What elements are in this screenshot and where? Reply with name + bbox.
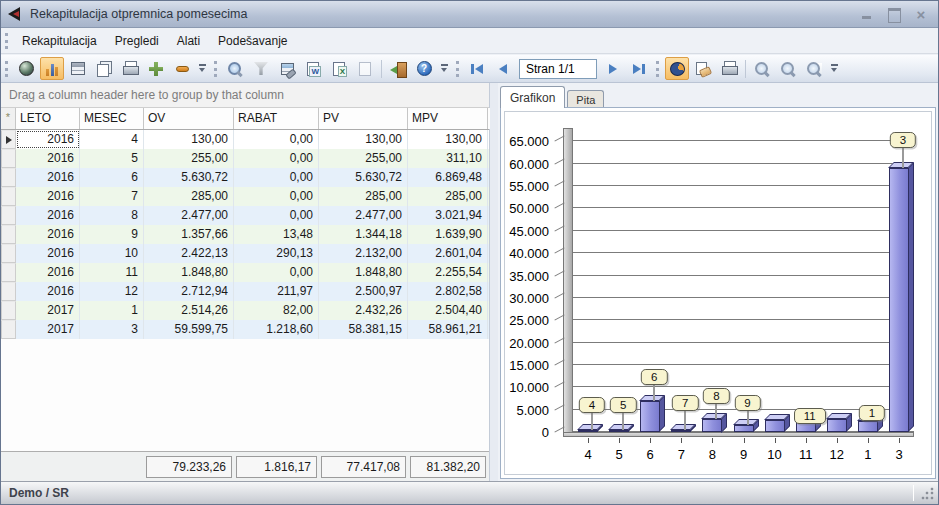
tab-grafikon[interactable]: Grafikon	[500, 86, 565, 108]
grid-cell[interactable]: 285,00	[408, 187, 488, 206]
grid-cell[interactable]: 285,00	[144, 187, 234, 206]
grid-cell[interactable]: 285,00	[319, 187, 408, 206]
column-header-rabat[interactable]: RABAT	[234, 108, 319, 129]
copy-button[interactable]	[92, 57, 116, 80]
chart-button[interactable]	[40, 57, 64, 80]
grid-cell[interactable]: 3.021,94	[408, 206, 488, 225]
grid-cell[interactable]: 5.630,72	[144, 168, 234, 187]
table-button[interactable]	[66, 57, 90, 80]
column-header-leto[interactable]: LETO	[16, 108, 80, 129]
grid-cell[interactable]: 2.422,13	[144, 244, 234, 263]
preview-button[interactable]	[14, 57, 38, 80]
grid-cell[interactable]: 130,00	[319, 130, 408, 149]
grid-cell[interactable]: 1.848,80	[144, 263, 234, 282]
grid-cell[interactable]: 2016	[16, 206, 80, 225]
last-page-button[interactable]	[627, 57, 651, 80]
minimize-icon[interactable]	[856, 6, 878, 22]
toolbar-grip[interactable]	[456, 61, 459, 77]
grid-cell[interactable]: 2016	[16, 130, 80, 149]
grid-cell[interactable]: 1.639,90	[408, 225, 488, 244]
grid-cell[interactable]: 2016	[16, 225, 80, 244]
grid-cell[interactable]: 2016	[16, 263, 80, 282]
group-by-box[interactable]: Drag a column header here to group by th…	[1, 83, 489, 108]
toolbar-overflow-icon[interactable]	[829, 59, 840, 79]
exit-button[interactable]	[386, 57, 410, 80]
grid-cell[interactable]: 255,00	[319, 149, 408, 168]
grid-cell[interactable]: 12	[80, 282, 144, 301]
grid-cell[interactable]: 2017	[16, 320, 80, 339]
page-input[interactable]	[519, 59, 597, 79]
grid-cell[interactable]: 10	[80, 244, 144, 263]
first-page-button[interactable]	[465, 57, 489, 80]
grid-cell[interactable]: 1.218,60	[234, 320, 319, 339]
print-button[interactable]	[717, 57, 741, 80]
grid-cell[interactable]: 6	[80, 168, 144, 187]
grid-cell[interactable]: 2.432,26	[319, 301, 408, 320]
resize-grip[interactable]	[921, 487, 935, 501]
customize-button[interactable]	[275, 57, 299, 80]
grid-cell[interactable]: 0,00	[234, 130, 319, 149]
grid-cell[interactable]: 2.802,58	[408, 282, 488, 301]
table-row[interactable]: 20165255,000,00255,00311,10	[1, 149, 489, 168]
next-page-button[interactable]	[601, 57, 625, 80]
grid-cell[interactable]: 6.869,48	[408, 168, 488, 187]
grid-cell[interactable]: 0,00	[234, 149, 319, 168]
table-row[interactable]: 2016102.422,13290,132.132,002.601,04	[1, 244, 489, 263]
grid-cell[interactable]: 2.712,94	[144, 282, 234, 301]
grid-cell[interactable]: 3	[80, 320, 144, 339]
grid-cell[interactable]: 9	[80, 225, 144, 244]
grid-cell[interactable]: 211,97	[234, 282, 319, 301]
maximize-icon[interactable]	[883, 6, 905, 22]
tab-pita[interactable]: Pita	[567, 90, 604, 108]
column-header-pv[interactable]: PV	[319, 108, 408, 129]
toolbar-overflow-icon[interactable]	[197, 59, 208, 79]
grid-cell[interactable]: 1	[80, 301, 144, 320]
grid-cell[interactable]: 2017	[16, 301, 80, 320]
filter-button[interactable]	[249, 57, 273, 80]
grid-cell[interactable]: 2.132,00	[319, 244, 408, 263]
menu-grip[interactable]	[5, 33, 8, 49]
menu-item-podešavanje[interactable]: Podešavanje	[209, 31, 296, 51]
grid-cell[interactable]: 0,00	[234, 187, 319, 206]
new-page-button[interactable]	[353, 57, 377, 80]
grid-cell[interactable]: 2.477,00	[319, 206, 408, 225]
grid-cell[interactable]: 0,00	[234, 168, 319, 187]
menu-item-alati[interactable]: Alati	[168, 31, 209, 51]
zoom-out-button[interactable]	[776, 57, 800, 80]
edit-button[interactable]	[691, 57, 715, 80]
prev-page-button[interactable]	[491, 57, 515, 80]
grid-cell[interactable]: 58.381,15	[319, 320, 408, 339]
menu-item-pregledi[interactable]: Pregledi	[106, 31, 168, 51]
help-button[interactable]	[412, 57, 436, 80]
grid-cell[interactable]: 2016	[16, 282, 80, 301]
grid-cell[interactable]: 5	[80, 149, 144, 168]
grid-cell[interactable]: 0,00	[234, 263, 319, 282]
grid-cell[interactable]: 130,00	[408, 130, 488, 149]
table-row[interactable]: 2016122.712,94211,972.500,972.802,58	[1, 282, 489, 301]
column-header-ov[interactable]: OV	[144, 108, 234, 129]
table-row[interactable]: 201712.514,2682,002.432,262.504,40	[1, 301, 489, 320]
grid-cell[interactable]: 59.599,75	[144, 320, 234, 339]
export-word-button[interactable]	[301, 57, 325, 80]
grid-cell[interactable]: 1.344,18	[319, 225, 408, 244]
move-button[interactable]	[144, 57, 168, 80]
grid-cell[interactable]: 2.601,04	[408, 244, 488, 263]
grid-cell[interactable]: 0,00	[234, 206, 319, 225]
grid-cell[interactable]: 1.357,66	[144, 225, 234, 244]
toolbar-overflow-icon[interactable]	[439, 59, 450, 79]
grid-cell[interactable]: 13,48	[234, 225, 319, 244]
grid-cell[interactable]: 2.500,97	[319, 282, 408, 301]
grid-cell[interactable]: 2.504,40	[408, 301, 488, 320]
grid-cell[interactable]: 311,10	[408, 149, 488, 168]
table-row[interactable]: 20167285,000,00285,00285,00	[1, 187, 489, 206]
export-excel-button[interactable]	[327, 57, 351, 80]
grid-cell[interactable]: 8	[80, 206, 144, 225]
grid-cell[interactable]: 4	[80, 130, 144, 149]
close-icon[interactable]: ×	[910, 6, 932, 22]
grid-cell[interactable]: 5.630,72	[319, 168, 408, 187]
table-row[interactable]: 2017359.599,751.218,6058.381,1558.961,21	[1, 320, 489, 339]
search-button[interactable]	[223, 57, 247, 80]
menu-item-rekapitulacija[interactable]: Rekapitulacija	[13, 31, 106, 51]
toolbar-grip[interactable]	[656, 61, 659, 77]
toolbar-grip[interactable]	[214, 61, 217, 77]
